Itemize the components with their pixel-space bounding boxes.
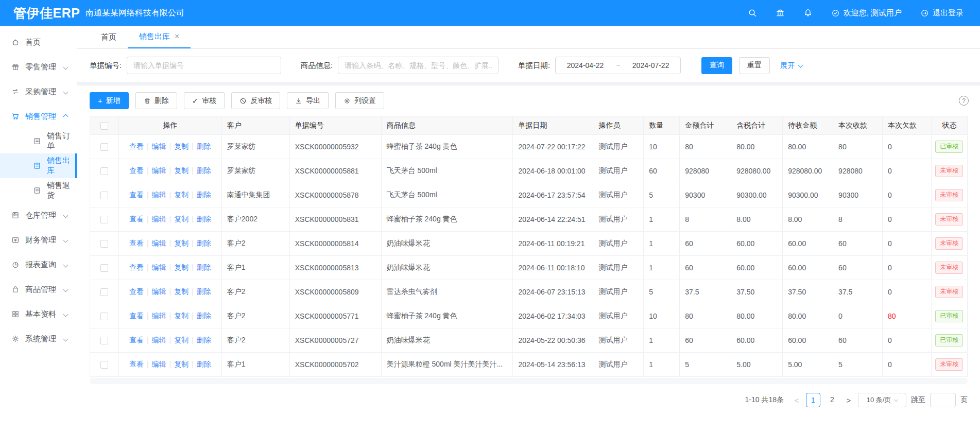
copy-link[interactable]: 复制	[174, 360, 188, 368]
copy-link[interactable]: 复制	[174, 215, 188, 223]
next-page-button[interactable]: >	[844, 396, 853, 405]
select-all-checkbox[interactable]	[100, 122, 108, 130]
edit-link[interactable]: 编辑	[152, 239, 166, 247]
sidebar-item-purchase[interactable]: 采购管理	[0, 79, 77, 104]
row-checkbox[interactable]	[100, 240, 108, 248]
column-settings-button[interactable]: 列设置	[335, 92, 384, 109]
edit-link[interactable]: 编辑	[152, 190, 166, 199]
search-icon[interactable]	[748, 8, 757, 18]
sidebar-item-system[interactable]: 系统管理	[0, 326, 77, 351]
delete-link[interactable]: 删除	[197, 239, 211, 247]
view-link[interactable]: 查看	[129, 215, 144, 223]
sidebar-item-sales-order[interactable]: 销售订单	[0, 129, 77, 153]
view-link[interactable]: 查看	[129, 190, 144, 199]
edit-link[interactable]: 编辑	[152, 311, 166, 320]
logout-button[interactable]: 退出登录	[920, 8, 964, 18]
row-checkbox[interactable]	[100, 167, 108, 175]
chevron-down-icon	[63, 237, 68, 243]
delete-link[interactable]: 删除	[197, 287, 211, 296]
view-link[interactable]: 查看	[129, 239, 144, 247]
export-button[interactable]: 导出	[287, 92, 329, 109]
delete-button[interactable]: 删除	[135, 92, 177, 109]
row-checkbox[interactable]	[100, 361, 108, 369]
delete-link[interactable]: 删除	[197, 142, 211, 150]
delete-link[interactable]: 删除	[197, 215, 211, 223]
sidebar-item-goods[interactable]: 商品管理	[0, 277, 77, 302]
view-link[interactable]: 查看	[129, 311, 144, 320]
copy-link[interactable]: 复制	[174, 287, 188, 296]
audit-button[interactable]: ✓审核	[184, 92, 225, 109]
cell-value: XSCK00000005878	[295, 191, 359, 199]
row-checkbox[interactable]	[100, 143, 108, 151]
edit-link[interactable]: 编辑	[152, 336, 166, 344]
help-icon[interactable]: ?	[959, 96, 969, 106]
prev-page-button[interactable]: <	[792, 396, 801, 405]
bank-icon[interactable]	[776, 8, 785, 18]
cell-value: 2024-06-18 00:01:00	[518, 167, 585, 175]
cell-status: 已审核	[931, 328, 967, 353]
delete-link[interactable]: 删除	[197, 336, 211, 344]
doc-no-input[interactable]	[127, 57, 281, 74]
copy-link[interactable]: 复制	[174, 239, 188, 247]
edit-link[interactable]: 编辑	[152, 263, 166, 271]
welcome-user[interactable]: 欢迎您, 测试用户	[831, 8, 902, 18]
sidebar-item-sales-outbound[interactable]: 销售出库	[0, 153, 77, 178]
row-checkbox[interactable]	[100, 264, 108, 272]
sidebar-item-basic[interactable]: 基本资料	[0, 302, 77, 326]
close-icon[interactable]: ×	[175, 32, 179, 41]
copy-link[interactable]: 复制	[174, 166, 188, 175]
unaudit-button[interactable]: 反审核	[231, 92, 280, 109]
row-checkbox[interactable]	[100, 288, 108, 296]
edit-link[interactable]: 编辑	[152, 215, 166, 223]
cell-date: 2024-06-02 17:34:03	[513, 304, 593, 328]
delete-link[interactable]: 删除	[197, 263, 211, 271]
edit-link[interactable]: 编辑	[152, 166, 166, 175]
edit-link[interactable]: 编辑	[152, 142, 166, 150]
delete-link[interactable]: 删除	[197, 190, 211, 199]
date-range-picker[interactable]: 2024-04-22 ~ 2024-07-22	[555, 57, 681, 74]
date-start[interactable]: 2024-04-22	[556, 61, 615, 70]
reset-button[interactable]: 重置	[739, 57, 770, 74]
view-link[interactable]: 查看	[129, 166, 144, 175]
view-link[interactable]: 查看	[129, 336, 144, 344]
delete-link[interactable]: 删除	[197, 166, 211, 175]
sidebar-item-warehouse[interactable]: 仓库管理	[0, 203, 77, 228]
tab-home[interactable]: 首页	[90, 26, 128, 48]
row-checkbox[interactable]	[100, 192, 108, 199]
row-checkbox[interactable]	[100, 216, 108, 223]
copy-link[interactable]: 复制	[174, 311, 188, 320]
bell-icon[interactable]	[803, 8, 813, 18]
date-end[interactable]: 2024-07-22	[621, 61, 680, 70]
sidebar-item-finance[interactable]: 财务管理	[0, 228, 77, 252]
sidebar-item-sales[interactable]: 销售管理	[0, 104, 77, 129]
cell-received: 80	[833, 135, 883, 159]
sidebar-item-retail[interactable]: 零售管理	[0, 55, 77, 79]
edit-link[interactable]: 编辑	[152, 360, 166, 368]
delete-link[interactable]: 删除	[197, 311, 211, 320]
edit-link[interactable]: 编辑	[152, 287, 166, 296]
delete-link[interactable]: 删除	[197, 360, 211, 368]
copy-link[interactable]: 复制	[174, 190, 188, 199]
add-button[interactable]: +新增	[90, 92, 129, 109]
product-input[interactable]	[338, 57, 498, 74]
view-link[interactable]: 查看	[129, 263, 144, 271]
jump-page-input[interactable]	[930, 393, 956, 407]
tab-sales-outbound[interactable]: 销售出库×	[128, 26, 191, 48]
copy-link[interactable]: 复制	[174, 142, 188, 150]
copy-link[interactable]: 复制	[174, 336, 188, 344]
view-link[interactable]: 查看	[129, 360, 144, 368]
row-checkbox[interactable]	[100, 313, 108, 320]
view-link[interactable]: 查看	[129, 287, 144, 296]
page-button-2[interactable]: 2	[825, 393, 839, 407]
view-link[interactable]: 查看	[129, 142, 144, 150]
copy-link[interactable]: 复制	[174, 263, 188, 271]
row-checkbox[interactable]	[100, 337, 108, 344]
expand-link[interactable]: 展开	[780, 61, 802, 71]
page-size-select[interactable]: 10 条/页	[858, 393, 906, 407]
sidebar-item-report[interactable]: 报表查询	[0, 252, 77, 277]
sidebar-item-home[interactable]: 首页	[0, 30, 77, 55]
search-button[interactable]: 查询	[701, 57, 732, 74]
sidebar-item-sales-return[interactable]: 销售退货	[0, 178, 77, 203]
horizontal-scrollbar[interactable]	[90, 378, 968, 384]
page-button-1[interactable]: 1	[806, 393, 820, 407]
